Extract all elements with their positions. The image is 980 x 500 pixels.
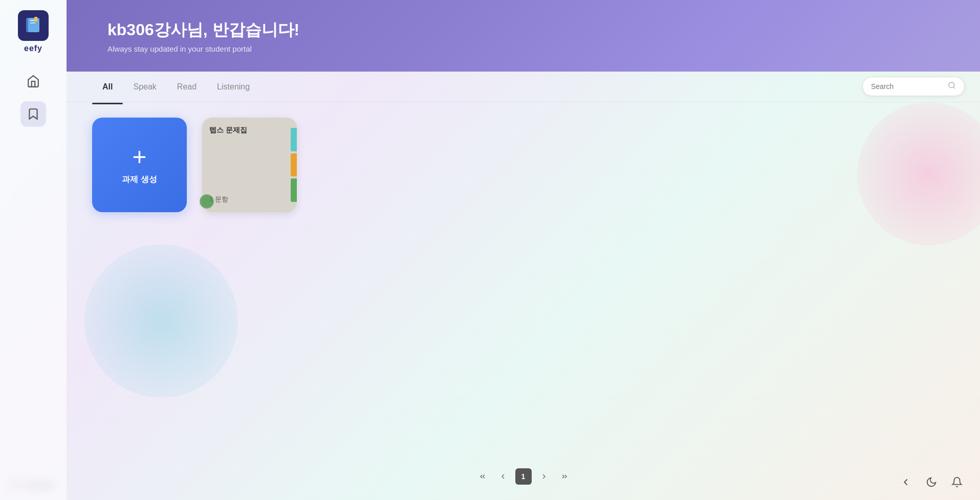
- search-input-wrapper: [862, 77, 965, 96]
- next-page-icon: [540, 472, 548, 481]
- dark-mode-icon[interactable]: [924, 474, 939, 490]
- svg-rect-3: [30, 22, 35, 24]
- sidebar: eefy: [0, 0, 67, 500]
- tab-all[interactable]: All: [92, 76, 123, 98]
- tab-speak[interactable]: Speak: [123, 76, 166, 98]
- header-subtitle: Always stay updated in your student port…: [107, 44, 980, 53]
- search-icon[interactable]: [948, 81, 956, 92]
- search-area: [862, 77, 965, 96]
- home-icon: [27, 75, 40, 88]
- pagination: 1: [67, 468, 980, 485]
- main-content: All Speak Read Listening: [67, 72, 980, 500]
- book-tab-green: [291, 178, 297, 202]
- logo-text: eefy: [24, 44, 42, 53]
- tabs-bar: All Speak Read Listening: [67, 72, 980, 102]
- pagination-first[interactable]: [474, 468, 491, 485]
- logo-area: eefy: [18, 10, 49, 53]
- book-card[interactable]: 텝스 문제집 1 문항: [202, 118, 297, 212]
- back-icon[interactable]: [898, 474, 913, 490]
- book-tab-orange: [291, 153, 297, 177]
- search-input[interactable]: [871, 82, 948, 90]
- header-title: kb306강사님, 반갑습니다!: [107, 19, 980, 41]
- notification-icon[interactable]: [949, 474, 965, 490]
- svg-line-6: [953, 87, 955, 88]
- logo-icon: [18, 10, 49, 41]
- pagination-current[interactable]: 1: [515, 468, 532, 485]
- prev-page-icon: [499, 472, 507, 481]
- last-page-icon: [560, 472, 569, 481]
- nav-item-bookmarks[interactable]: [20, 101, 46, 127]
- pagination-prev[interactable]: [495, 468, 511, 485]
- pagination-next[interactable]: [536, 468, 552, 485]
- content-area: + 과제 생성 텝스 문제집 1 문항: [67, 102, 980, 228]
- nav-item-home[interactable]: [20, 69, 46, 94]
- logo-svg: [23, 15, 43, 36]
- tab-read[interactable]: Read: [167, 76, 207, 98]
- create-label: 과제 생성: [122, 174, 157, 185]
- book-tab-teal: [291, 128, 297, 151]
- bottom-icons: [898, 474, 965, 490]
- book-card-title: 텝스 문제집: [209, 126, 290, 135]
- create-plus-icon: +: [132, 145, 146, 169]
- pagination-last[interactable]: [556, 468, 573, 485]
- bookmark-icon: [27, 107, 40, 121]
- nav-items: [0, 69, 67, 127]
- create-card[interactable]: + 과제 생성: [92, 118, 187, 212]
- tab-listening[interactable]: Listening: [207, 76, 260, 98]
- book-card-count: 1 문항: [209, 195, 290, 204]
- header-banner: kb306강사님, 반갑습니다! Always stay updated in …: [67, 0, 980, 72]
- book-tabs: [291, 128, 297, 202]
- svg-point-5: [949, 82, 954, 88]
- first-page-icon: [478, 472, 487, 481]
